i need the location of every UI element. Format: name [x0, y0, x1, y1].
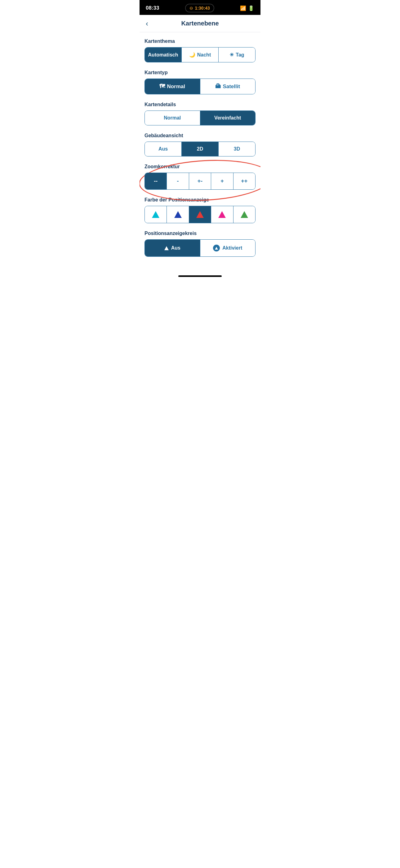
tag-label: Tag: [236, 52, 244, 58]
pos-arrow-in-circle-icon: [215, 247, 218, 250]
zoom-plus[interactable]: +: [211, 173, 233, 189]
zoom-plus-plus[interactable]: ++: [233, 173, 255, 189]
arrow-blue-icon: [174, 211, 182, 218]
section-kartenthema: Kartenthema Automatisch Nacht Tag: [144, 38, 256, 62]
arrow-red-icon: [196, 211, 204, 218]
home-indicator: [139, 270, 261, 279]
status-center: ⊖ 1:30:43: [185, 4, 214, 12]
back-button[interactable]: ‹: [146, 19, 148, 28]
zoomkorrektur-group: -- - +- + ++: [144, 173, 256, 190]
gebaudeansicht-3d[interactable]: 3D: [218, 142, 255, 156]
automatisch-label: Automatisch: [148, 52, 178, 58]
kartentyp-group: 🗺 Normal 🏔 Satellit: [144, 79, 256, 94]
zoom-m-label: -: [177, 178, 179, 184]
moon-icon: [189, 52, 195, 58]
section-kartendetails: Kartendetails Normal Vereinfacht: [144, 102, 256, 125]
kartentyp-normal[interactable]: 🗺 Normal: [145, 79, 200, 94]
status-bar: 08:33 ⊖ 1:30:43 📶 🔋: [139, 0, 261, 15]
poskreis-aus-label: Aus: [171, 245, 180, 251]
kartendetails-vereinfacht[interactable]: Vereinfacht: [200, 111, 256, 125]
zoom-p-label: +: [221, 178, 224, 184]
kartenthema-label: Kartenthema: [144, 38, 256, 44]
kartentyp-satellit[interactable]: 🏔 Satellit: [200, 79, 256, 94]
vereinfacht-label: Vereinfacht: [214, 115, 241, 121]
gebaudeansicht-label: Gebäudeansicht: [144, 133, 256, 138]
kartendetails-group: Normal Vereinfacht: [144, 111, 256, 125]
positionsanzeigekreis-label: Positionsanzeigekreis: [144, 231, 256, 236]
sun-icon: [229, 52, 234, 58]
3d-label: 3D: [234, 146, 240, 152]
section-gebaudeansicht: Gebäudeansicht Aus 2D 3D: [144, 133, 256, 156]
map-icon: 🗺: [159, 83, 165, 90]
color-cyan[interactable]: [145, 206, 167, 223]
timer-icon: ⊖: [190, 6, 193, 10]
zoom-pp-label: ++: [241, 178, 247, 184]
kartenthema-group: Automatisch Nacht Tag: [144, 47, 256, 62]
normal-details-label: Normal: [164, 115, 181, 121]
kartentyp-label: Kartentyp: [144, 70, 256, 75]
positionsanzeigekreis-group: Aus Aktiviert: [144, 239, 256, 257]
color-red[interactable]: [189, 206, 211, 223]
zoom-minus[interactable]: -: [167, 173, 189, 189]
battery-icon: 🔋: [248, 5, 254, 11]
color-blue[interactable]: [167, 206, 189, 223]
farbe-group: [144, 206, 256, 223]
poskreis-aktiviert-label: Aktiviert: [222, 245, 242, 251]
timer-text: 1:30:43: [195, 6, 210, 10]
color-magenta[interactable]: [211, 206, 233, 223]
gebaudeansicht-2d[interactable]: 2D: [181, 142, 218, 156]
section-kartentyp: Kartentyp 🗺 Normal 🏔 Satellit: [144, 70, 256, 94]
satellite-icon: 🏔: [215, 83, 221, 90]
arrow-green-icon: [241, 211, 248, 218]
aus-label: Aus: [159, 146, 168, 152]
normal-label: Normal: [167, 84, 185, 90]
zoom-plusminus[interactable]: +-: [189, 173, 211, 189]
status-time: 08:33: [146, 5, 159, 11]
status-icons: 📶 🔋: [240, 5, 254, 11]
nacht-label: Nacht: [197, 52, 211, 58]
wifi-icon: 📶: [240, 5, 246, 11]
2d-label: 2D: [197, 146, 203, 152]
zoom-minus-minus[interactable]: --: [145, 173, 167, 189]
zoom-mm-label: --: [154, 178, 158, 184]
poskreis-aus[interactable]: Aus: [145, 240, 200, 256]
arrow-magenta-icon: [218, 211, 226, 218]
kartenthema-nacht[interactable]: Nacht: [181, 48, 218, 62]
arrow-cyan-icon: [152, 211, 159, 218]
zoomkorrektur-label: Zoomkorrektur: [144, 164, 256, 169]
color-green[interactable]: [233, 206, 255, 223]
kartenthema-automatisch[interactable]: Automatisch: [145, 48, 181, 62]
kartendetails-normal[interactable]: Normal: [145, 111, 200, 125]
kartenthema-tag[interactable]: Tag: [218, 48, 255, 62]
dynamic-island: ⊖ 1:30:43: [185, 4, 214, 12]
gebaudeansicht-group: Aus 2D 3D: [144, 142, 256, 156]
nav-header: ‹ Kartenebene: [139, 15, 261, 32]
satellit-label: Satellit: [223, 84, 240, 90]
zoom-pm-label: +-: [198, 178, 203, 184]
section-farbe: Farbe der Positionsanzeige: [144, 197, 256, 223]
pos-arrow-white-icon: [164, 246, 169, 250]
farbe-label: Farbe der Positionsanzeige: [144, 197, 256, 203]
gebaudeansicht-aus[interactable]: Aus: [145, 142, 181, 156]
poskreis-aktiviert[interactable]: Aktiviert: [200, 240, 256, 256]
section-zoomkorrektur: Zoomkorrektur -- - +- + ++: [144, 164, 256, 190]
page-title: Kartenebene: [181, 20, 219, 27]
section-positionsanzeigekreis: Positionsanzeigekreis Aus Aktiviert: [144, 231, 256, 257]
main-content: Kartenthema Automatisch Nacht Tag Karten…: [139, 32, 261, 270]
home-bar: [178, 275, 222, 277]
pos-circle-filled-icon: [213, 245, 220, 251]
kartendetails-label: Kartendetails: [144, 102, 256, 107]
